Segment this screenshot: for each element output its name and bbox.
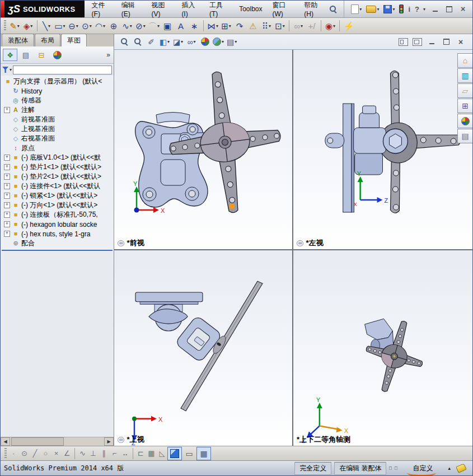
solidworks-resources-button[interactable]: ⌂ [457, 53, 472, 68]
tree-item-history[interactable]: ↻History [2, 86, 114, 96]
hide-show-items-button[interactable]: ∞▾ [185, 36, 198, 48]
menu-toolbox[interactable]: Toolbox [234, 3, 267, 15]
viewport-front[interactable]: Y X ∞ *前视 [114, 50, 292, 249]
four-viewport-button[interactable]: ▦ [196, 447, 211, 460]
toolbar-grip[interactable] [4, 448, 7, 459]
open-button[interactable]: ▾ [365, 4, 380, 14]
tree-item-component-lock[interactable]: +■(-) 锁紧<1> (默认<<默认> [2, 191, 114, 200]
circle-button[interactable]: ⊙▾ [80, 19, 93, 32]
section-view-button[interactable]: ◧▾ [158, 36, 171, 48]
perimeter-circle-button[interactable]: ⊕ [107, 19, 120, 32]
dropdown-caret[interactable]: ▾ [157, 24, 160, 29]
dropdown-caret[interactable]: ▾ [167, 39, 170, 44]
tab-assembly[interactable]: 装配体 [2, 34, 34, 46]
scroll-left-arrow[interactable]: ◀ [1, 437, 10, 446]
restore-button[interactable] [444, 4, 454, 13]
tree-item-component-plate[interactable]: +■(-) 连接板（标准孔-50,75, [2, 210, 114, 220]
menu-view[interactable]: 视图(V) [147, 0, 177, 20]
dropdown-caret[interactable]: ▾ [392, 7, 395, 12]
smart-dimension-button[interactable]: ◈▾ [21, 19, 35, 32]
point-snap-button[interactable]: · [8, 448, 19, 459]
sketch-snaps-button[interactable]: ⚡ [342, 19, 355, 32]
centerpoint-arc-button[interactable]: ◠▾ [93, 19, 107, 32]
expand-toggle[interactable]: + [4, 174, 10, 180]
viewport-left[interactable]: Y Z X ∞ *左视 [293, 50, 472, 249]
design-tree-tab[interactable]: ❖ [3, 49, 17, 61]
dropdown-caret[interactable]: ▾ [30, 24, 32, 29]
tree-item-sensors[interactable]: ◎传感器 [2, 96, 114, 105]
menu-window[interactable]: 窗口(W) [268, 0, 299, 20]
expand-toggle[interactable]: + [4, 107, 10, 113]
panel-overflow-chevron[interactable]: » [106, 51, 111, 59]
text-button[interactable]: A [174, 19, 188, 32]
quick-snaps-button[interactable]: ◉▾ [324, 19, 337, 32]
line-snap-button[interactable]: ╱ [30, 448, 40, 459]
view-settings-button[interactable]: ▤▾ [225, 36, 238, 48]
filter-icon[interactable] [2, 67, 8, 73]
angle-display-button[interactable]: ◺ [157, 448, 167, 459]
tree-item-front-plane[interactable]: ◇前视基准面 [2, 115, 114, 124]
dropdown-caret[interactable]: ▾ [216, 24, 218, 29]
doc-minimize-button[interactable] [427, 38, 437, 46]
viewport-top-canvas[interactable]: X Z [114, 250, 292, 446]
viewport-dimetric-canvas[interactable]: Y Z X [293, 250, 472, 446]
tab-sketch[interactable]: 草图 [61, 34, 87, 46]
info-button[interactable]: i [407, 4, 411, 15]
previous-view-button[interactable]: ✐ [144, 36, 158, 48]
dropdown-caret[interactable]: ▾ [181, 39, 183, 44]
dropdown-caret[interactable]: ▾ [193, 39, 195, 44]
dropdown-caret[interactable]: ▾ [143, 24, 146, 29]
scroll-right-arrow[interactable]: ▶ [104, 437, 114, 446]
tree-item-component-spacer1[interactable]: +■(-) 垫片1<1> (默认<<默认> [2, 162, 114, 172]
tree-item-component-connector[interactable]: +■(-) 连接件<1> (默认<<默认 [2, 181, 114, 191]
viewport-dimetric[interactable]: Y Z X *上下二等角轴测 [293, 250, 472, 446]
display-relations-button[interactable]: ∞▾ [292, 19, 305, 32]
dropdown-caret[interactable]: ▾ [229, 24, 231, 29]
parallel-snap-button[interactable]: ∥ [99, 448, 109, 459]
mirror-entities-button[interactable]: ⋈▾ [206, 19, 219, 32]
doc-close-button[interactable]: × [456, 38, 466, 46]
dropdown-caret[interactable]: ▾ [17, 24, 20, 29]
tree-item-component-spacer2[interactable]: +■(-) 垫片2<1> (默认<<默认> [2, 172, 114, 181]
dropdown-caret[interactable]: ▾ [130, 24, 132, 29]
display-manager-tab[interactable] [50, 49, 64, 61]
circular-pattern-button[interactable]: ⠿▾ [260, 19, 273, 32]
viewport-top[interactable]: X Z ∞ *上视 [114, 250, 292, 446]
wall-bracket-part[interactable] [135, 113, 208, 208]
menu-file[interactable]: 文件(F) [87, 0, 116, 20]
tree-item-origin[interactable]: ↕原点 [2, 143, 114, 153]
dropdown-caret[interactable]: ▾ [222, 39, 224, 44]
new-document-button[interactable]: ▾ [350, 3, 363, 15]
filter-caret[interactable]: ▾ [10, 67, 12, 72]
dropdown-caret[interactable]: ▾ [90, 24, 92, 29]
doc-pane-button-1[interactable] [399, 38, 408, 46]
length-snap-button[interactable]: ⊏ [135, 448, 146, 459]
edit-appearance-button[interactable] [198, 36, 212, 48]
file-explorer-button[interactable]: ▱ [457, 83, 472, 98]
dropdown-caret[interactable]: ▾ [333, 24, 335, 29]
menu-insert[interactable]: 插入(I) [176, 0, 204, 20]
units-caret[interactable]: ▴ [448, 465, 451, 471]
close-button[interactable]: × [458, 4, 468, 13]
display-style-button[interactable]: ◪▾ [171, 36, 185, 48]
minimize-button[interactable] [430, 4, 440, 13]
scroll-thumb[interactable] [11, 437, 64, 446]
sketch-fillet-button[interactable]: ⌒▾ [147, 19, 161, 32]
save-button[interactable]: ▾ [382, 4, 396, 15]
expand-toggle[interactable]: + [4, 155, 10, 161]
expand-toggle[interactable]: + [4, 202, 10, 208]
tree-item-component-screw[interactable]: +■(-) hexagon lobular socke [2, 220, 114, 229]
appearances-scenes-button[interactable] [457, 114, 472, 128]
search-icon[interactable] [330, 6, 336, 13]
dropdown-caret[interactable]: ▾ [63, 24, 65, 29]
panel-horizontal-scrollbar[interactable]: ◀ ▶ [1, 437, 114, 446]
dropdown-caret[interactable]: ▾ [48, 24, 50, 29]
menu-help[interactable]: 帮助(H) [299, 0, 329, 20]
tree-item-top-plane[interactable]: ◇上视基准面 [2, 124, 114, 134]
menu-tools[interactable]: 工具(T) [204, 0, 234, 20]
pattern-options-button[interactable]: ⊡▾ [273, 19, 287, 32]
shaded-cube-button[interactable] [167, 447, 182, 460]
perpendicular-snap-button[interactable]: ⊥ [88, 448, 99, 459]
view-palette-button[interactable]: ⊞ [457, 99, 472, 113]
expand-toggle[interactable]: + [4, 183, 10, 189]
